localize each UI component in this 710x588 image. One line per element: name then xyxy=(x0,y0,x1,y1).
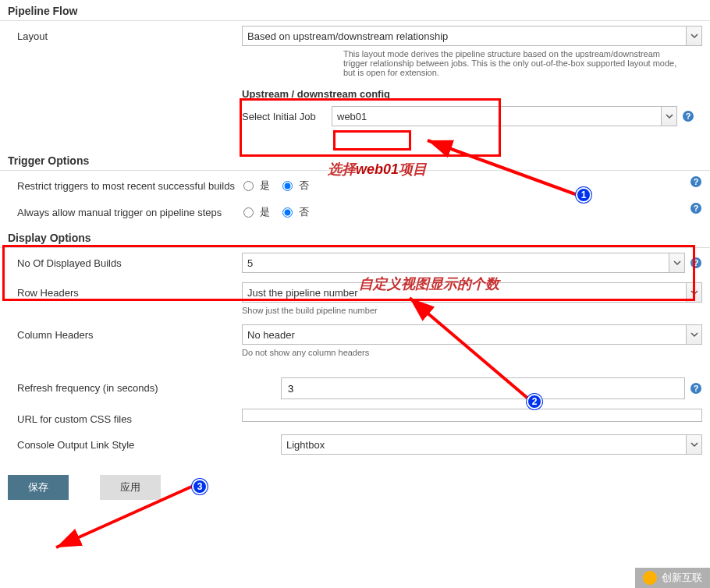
upstream-config-title: Upstream / downstream config xyxy=(242,88,694,100)
row-headers-select[interactable]: Just the pipeline number xyxy=(242,282,702,303)
layout-help-text: This layout mode derives the pipeline st… xyxy=(343,49,679,77)
row-console-link: Console Output Link Style Lightbox xyxy=(0,430,710,459)
save-button[interactable]: 保存 xyxy=(8,475,69,500)
label-select-initial-job: Select Initial Job xyxy=(242,111,332,122)
refresh-freq-input[interactable] xyxy=(281,377,685,399)
layout-select[interactable]: Based on upstream/downstream relationshi… xyxy=(242,26,702,46)
row-refresh-freq: Refresh frequency (in seconds) ? xyxy=(0,373,710,404)
chevron-down-icon xyxy=(669,253,685,273)
annotation-badge-1: 1 xyxy=(576,187,591,203)
svg-text:?: ? xyxy=(686,112,691,121)
column-headers-help: Do not show any column headers xyxy=(242,348,702,357)
watermark-logo-icon xyxy=(643,571,657,585)
svg-text:?: ? xyxy=(694,384,699,393)
column-headers-value: No header xyxy=(242,324,687,345)
label-no-of-displayed: No Of Displayed Builds xyxy=(8,253,242,269)
initial-job-select[interactable]: web01 xyxy=(332,106,677,126)
svg-text:?: ? xyxy=(694,258,699,267)
label-restrict-triggers: Restrict triggers to most recent success… xyxy=(8,175,242,192)
chevron-down-icon xyxy=(687,26,702,46)
row-row-headers: Row Headers Just the pipeline number Sho… xyxy=(0,278,710,320)
section-display-options: Display Options xyxy=(0,227,710,248)
no-of-displayed-select[interactable]: 5 xyxy=(242,253,685,273)
radio-yes-label[interactable]: 是 xyxy=(260,205,270,219)
restrict-no-radio[interactable] xyxy=(282,181,293,191)
row-headers-help: Show just the build pipeline number xyxy=(242,306,702,315)
layout-select-value: Based on upstream/downstream relationshi… xyxy=(242,26,687,46)
label-column-headers: Column Headers xyxy=(8,324,242,341)
row-headers-value: Just the pipeline number xyxy=(242,282,687,303)
label-row-headers: Row Headers xyxy=(8,282,242,299)
radio-yes-label[interactable]: 是 xyxy=(260,179,270,193)
row-restrict-triggers: Restrict triggers to most recent success… xyxy=(0,171,710,197)
row-url-css: URL for custom CSS files xyxy=(0,404,710,430)
help-icon[interactable]: ? xyxy=(682,110,694,122)
chevron-down-icon xyxy=(662,106,677,126)
radio-no-label[interactable]: 否 xyxy=(299,205,309,219)
always-no-radio[interactable] xyxy=(282,207,293,218)
restrict-yes-radio[interactable] xyxy=(243,181,254,191)
always-yes-radio[interactable] xyxy=(243,207,254,218)
row-layout: Layout Based on upstream/downstream rela… xyxy=(0,21,710,82)
label-always-allow: Always allow manual trigger on pipeline … xyxy=(8,202,242,218)
svg-text:?: ? xyxy=(694,204,699,213)
help-icon[interactable]: ? xyxy=(690,202,702,214)
help-icon[interactable]: ? xyxy=(690,175,702,188)
help-icon[interactable]: ? xyxy=(690,382,702,395)
chevron-down-icon xyxy=(687,324,702,345)
console-link-value: Lightbox xyxy=(281,434,687,455)
help-icon[interactable]: ? xyxy=(690,257,702,269)
column-headers-select[interactable]: No header xyxy=(242,324,702,345)
initial-job-value: web01 xyxy=(332,106,662,126)
label-console-link: Console Output Link Style xyxy=(8,434,281,451)
apply-button[interactable]: 应用 xyxy=(100,475,161,500)
row-no-of-displayed: No Of Displayed Builds 5 ? xyxy=(0,248,710,278)
chevron-down-icon xyxy=(687,282,702,303)
url-css-input[interactable] xyxy=(242,409,702,422)
row-always-allow: Always allow manual trigger on pipeline … xyxy=(0,197,710,224)
button-row: 保存 应用 xyxy=(0,459,710,515)
chevron-down-icon xyxy=(687,434,702,455)
watermark: 创新互联 xyxy=(635,568,710,588)
radio-no-label[interactable]: 否 xyxy=(299,179,309,193)
upstream-config-box: Upstream / downstream config Select Init… xyxy=(242,88,694,126)
label-layout: Layout xyxy=(8,26,242,42)
label-url-css: URL for custom CSS files xyxy=(8,409,242,425)
label-refresh-freq: Refresh frequency (in seconds) xyxy=(8,377,281,394)
watermark-text: 创新互联 xyxy=(662,571,702,585)
annotation-badge-2: 2 xyxy=(527,394,542,409)
row-column-headers: Column Headers No header Do not show any… xyxy=(0,320,710,362)
svg-text:?: ? xyxy=(694,177,699,186)
annotation-redbox-initial-job xyxy=(333,130,411,151)
console-link-select[interactable]: Lightbox xyxy=(281,434,702,455)
annotation-badge-3: 3 xyxy=(192,479,208,494)
section-pipeline-flow: Pipeline Flow xyxy=(0,0,710,21)
section-trigger-options: Trigger Options xyxy=(0,150,710,171)
no-of-displayed-value: 5 xyxy=(242,253,669,273)
